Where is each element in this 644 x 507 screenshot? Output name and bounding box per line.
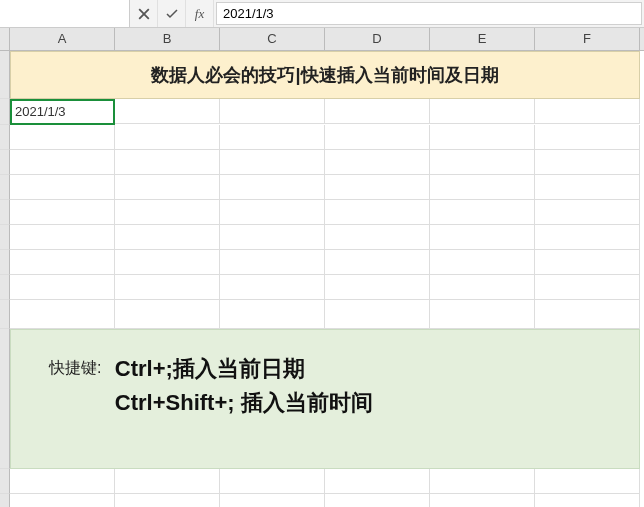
cell[interactable] [10,469,115,494]
cell[interactable] [325,494,430,507]
cell[interactable] [430,125,535,150]
cell[interactable] [430,200,535,225]
banner-text: 数据人必会的技巧|快速插入当前时间及日期 [151,63,498,87]
row-header[interactable] [0,225,10,250]
cell[interactable] [535,275,640,300]
formula-bar: fx [0,0,644,28]
cell[interactable] [220,200,325,225]
cell[interactable] [10,150,115,175]
cell[interactable] [220,250,325,275]
cell[interactable] [325,99,430,124]
cell[interactable] [535,469,640,494]
cell[interactable] [430,494,535,507]
cell[interactable] [325,275,430,300]
cell[interactable] [535,125,640,150]
cell[interactable] [535,200,640,225]
cell[interactable] [115,150,220,175]
cell[interactable] [325,250,430,275]
cell[interactable] [220,469,325,494]
cell[interactable] [535,99,640,124]
cell[interactable] [325,225,430,250]
cell[interactable] [10,275,115,300]
row [0,300,644,329]
cell[interactable] [220,494,325,507]
cell[interactable] [430,275,535,300]
cell[interactable] [220,225,325,250]
confirm-button[interactable] [158,0,186,27]
col-header-a[interactable]: A [10,28,115,50]
row [0,275,644,300]
cell[interactable] [430,300,535,329]
row-header[interactable] [0,275,10,300]
row-header[interactable] [0,469,10,494]
grid-area: A B C D E F [0,28,644,507]
cell[interactable] [430,225,535,250]
col-header-c[interactable]: C [220,28,325,50]
cell[interactable] [10,225,115,250]
select-all-corner[interactable] [0,28,10,50]
cell[interactable] [220,300,325,329]
row-header[interactable] [0,329,10,469]
formula-input[interactable] [216,2,642,25]
cell[interactable] [10,494,115,507]
cell[interactable] [325,150,430,175]
cell[interactable] [10,250,115,275]
tip-label: 快捷键: [49,358,101,379]
cell[interactable] [115,300,220,329]
col-header-b[interactable]: B [115,28,220,50]
cell[interactable] [115,275,220,300]
col-header-d[interactable]: D [325,28,430,50]
cell[interactable] [430,99,535,124]
cell[interactable] [535,175,640,200]
title-banner: 数据人必会的技巧|快速插入当前时间及日期 [10,51,640,99]
cell[interactable] [325,200,430,225]
cell[interactable] [220,125,325,150]
cell[interactable] [430,250,535,275]
col-header-f[interactable]: F [535,28,640,50]
row-header[interactable] [0,99,10,125]
cell[interactable] [115,469,220,494]
cell[interactable] [220,150,325,175]
cell[interactable] [10,175,115,200]
cell[interactable] [115,250,220,275]
grid-rows: 数据人必会的技巧|快速插入当前时间及日期 2021/1/3 快捷键: Ctrl+… [0,51,644,507]
cell[interactable] [10,125,115,150]
fx-button[interactable]: fx [186,0,214,27]
row-header[interactable] [0,125,10,150]
cell[interactable] [220,99,325,124]
cell[interactable] [535,225,640,250]
row-header[interactable] [0,300,10,329]
cell[interactable] [430,150,535,175]
row-header[interactable] [0,175,10,200]
cell[interactable] [325,125,430,150]
row-header[interactable] [0,150,10,175]
shortcut-tip-box: 快捷键: Ctrl+;插入当前日期 Ctrl+Shift+; 插入当前时间 [10,329,640,469]
row-header[interactable] [0,200,10,225]
active-cell[interactable]: 2021/1/3 [10,99,115,125]
cell[interactable] [325,300,430,329]
cell[interactable] [535,150,640,175]
cell[interactable] [220,275,325,300]
cell[interactable] [115,494,220,507]
cell[interactable] [115,200,220,225]
cell[interactable] [430,469,535,494]
cell[interactable] [535,250,640,275]
x-icon [138,8,150,20]
cell[interactable] [10,300,115,329]
row-header[interactable] [0,494,10,507]
cell[interactable] [115,225,220,250]
col-header-e[interactable]: E [430,28,535,50]
cell[interactable] [220,175,325,200]
cell[interactable] [115,175,220,200]
cell[interactable] [115,125,220,150]
cell[interactable] [430,175,535,200]
cell[interactable] [535,494,640,507]
cancel-button[interactable] [130,0,158,27]
cell[interactable] [325,175,430,200]
cell[interactable] [535,300,640,329]
row-header[interactable] [0,51,10,99]
cell[interactable] [325,469,430,494]
cell[interactable] [10,200,115,225]
cell[interactable] [115,99,220,124]
row-header[interactable] [0,250,10,275]
